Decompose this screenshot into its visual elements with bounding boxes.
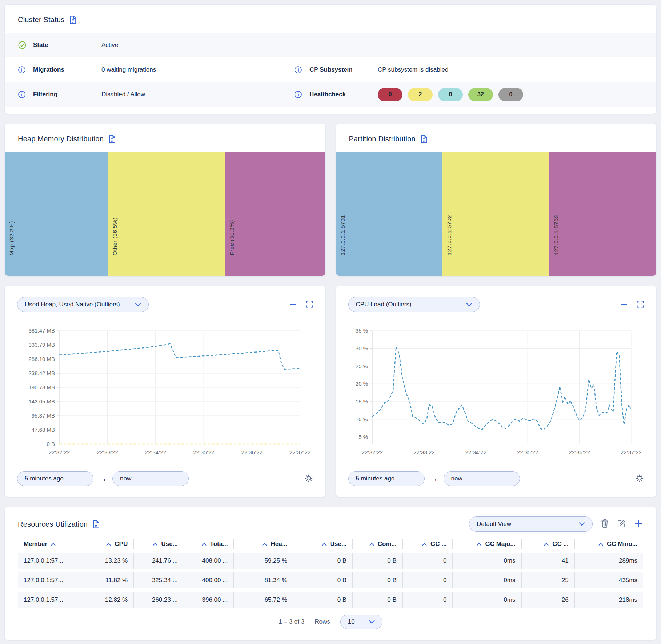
column-header-8[interactable]: GC Majo... [452, 539, 521, 549]
table-cell: 127.0.0.1:57... [18, 572, 84, 588]
cluster-status-title: Cluster Status [18, 16, 64, 24]
table-cell: 26 [521, 592, 574, 608]
segment-label: Free (31.3%) [229, 220, 235, 255]
heap-distribution-bar: Map (32.3%)Other (36.5%)Free (31.3%) [5, 152, 325, 276]
time-from-input[interactable]: 5 minutes ago [348, 471, 425, 486]
chevron-down-icon [579, 520, 585, 528]
table-cell: 241.76 ... [133, 553, 184, 569]
metric-selector-label: Used Heap, Used Native (Outliers) [25, 301, 120, 308]
sort-up-icon [51, 543, 56, 546]
document-icon[interactable] [93, 520, 100, 528]
info-icon[interactable] [294, 90, 305, 98]
svg-text:22:33:22: 22:33:22 [97, 449, 118, 455]
view-selector[interactable]: Default View [469, 516, 593, 532]
svg-text:22:34:22: 22:34:22 [145, 449, 166, 455]
healthcheck-badge-4: 0 [498, 88, 523, 101]
pagination-range: 1 – 3 of 3 [279, 618, 304, 625]
svg-text:22:37:22: 22:37:22 [289, 449, 310, 455]
arrow-right-icon: → [99, 474, 107, 484]
heap-chart-canvas[interactable]: 22:32:2222:33:2222:34:2222:35:2222:36:22… [17, 325, 310, 459]
info-icon[interactable] [294, 66, 305, 74]
table-cell: 0 B [352, 572, 402, 588]
column-header-1[interactable]: CPU [84, 539, 134, 549]
chevron-down-icon [369, 618, 375, 625]
table-cell: 400.00 ... [184, 572, 234, 588]
table-cell: 325.34 ... [133, 572, 184, 588]
plus-icon [620, 300, 628, 309]
svg-text:22:36:22: 22:36:22 [241, 449, 262, 455]
table-cell: 0ms [452, 553, 521, 569]
table-cell: 0 B [293, 592, 352, 608]
table-cell: 81.34 % [233, 572, 293, 588]
chart-settings-button[interactable] [635, 474, 644, 484]
segment-label: 127.0.0.1:5703 [553, 215, 560, 255]
time-from-input[interactable]: 5 minutes ago [17, 471, 93, 486]
rows-per-page-value: 10 [348, 618, 355, 625]
svg-text:95.37 MB: 95.37 MB [32, 412, 55, 419]
distribution-segment: Map (32.3%) [5, 152, 108, 276]
column-header-6[interactable]: Com... [352, 539, 402, 549]
partition-distribution-bar: 127.0.0.1:5701127.0.0.1:5702127.0.0.1:57… [336, 152, 657, 276]
column-header-3[interactable]: Tota... [184, 539, 234, 549]
column-header-0[interactable]: Member [18, 539, 84, 549]
add-view-button[interactable] [634, 519, 643, 530]
table-row[interactable]: 127.0.0.1:57...11.82 %325.34 ...400.00 .… [18, 572, 643, 588]
table-row[interactable]: 127.0.0.1:57...13.23 %241.76 ...408.00 .… [18, 553, 643, 569]
document-icon[interactable] [421, 135, 428, 143]
svg-text:286.10 MB: 286.10 MB [28, 356, 55, 362]
arrow-right-icon: → [430, 474, 438, 484]
svg-text:15 %: 15 % [355, 398, 368, 404]
table-cell: 0 [402, 592, 453, 608]
column-header-10[interactable]: GC Mino... [574, 539, 643, 549]
column-header-2[interactable]: Use... [133, 539, 184, 549]
plus-icon [289, 300, 297, 309]
add-chart-button[interactable] [289, 300, 297, 309]
segment-label: 127.0.0.1:5701 [340, 215, 346, 255]
info-icon[interactable] [18, 66, 29, 74]
table-row[interactable]: 127.0.0.1:57...12.82 %260.23 ...396.00 .… [18, 592, 643, 608]
cpu-chart-canvas[interactable]: 22:32:2222:33:2222:34:2222:35:2222:36:22… [348, 325, 641, 459]
column-header-9[interactable]: GC ... [521, 539, 574, 549]
rows-per-page-selector[interactable]: 10 [340, 615, 382, 629]
metric-selector-cpu[interactable]: CPU Load (Outliers) [348, 297, 480, 312]
view-selector-label: Default View [477, 520, 511, 528]
document-icon[interactable] [109, 135, 116, 143]
sort-up-icon [202, 543, 207, 546]
table-cell: 0 B [293, 553, 352, 569]
healthcheck-badge-3: 32 [468, 88, 493, 101]
svg-text:22:32:22: 22:32:22 [49, 449, 70, 455]
chart-settings-button[interactable] [304, 474, 313, 484]
sort-up-icon [477, 543, 481, 546]
resources-utilization-title: Resources Utilization [18, 520, 88, 528]
svg-text:47.68 MB: 47.68 MB [32, 427, 55, 433]
filtering-value: Disabled / Allow [101, 91, 145, 98]
sort-up-icon [322, 543, 327, 546]
column-header-5[interactable]: Use... [293, 539, 352, 549]
edit-view-button[interactable] [617, 519, 626, 529]
table-cell: 11.82 % [84, 572, 134, 588]
distribution-segment: 127.0.0.1:5703 [549, 152, 656, 276]
column-header-7[interactable]: GC ... [402, 539, 453, 549]
time-to-input[interactable]: now [112, 471, 189, 486]
table-cell: 127.0.0.1:57... [18, 553, 84, 569]
distribution-segment: 127.0.0.1:5701 [336, 152, 443, 276]
fullscreen-icon [306, 301, 313, 309]
svg-text:35 %: 35 % [355, 327, 368, 334]
fullscreen-button[interactable] [637, 301, 644, 309]
svg-text:10 %: 10 % [355, 416, 368, 422]
heap-distribution-title: Heap Memory Distribution [18, 135, 104, 143]
delete-view-button[interactable] [601, 519, 609, 529]
table-cell: 408.00 ... [184, 553, 234, 569]
info-icon[interactable] [18, 90, 29, 98]
plus-icon [634, 519, 643, 530]
svg-text:238.42 MB: 238.42 MB [28, 370, 55, 376]
time-to-input[interactable]: now [444, 471, 520, 486]
document-icon[interactable] [69, 16, 76, 24]
svg-text:5 %: 5 % [358, 434, 368, 440]
sort-up-icon [262, 543, 267, 546]
svg-text:22:35:22: 22:35:22 [517, 449, 538, 455]
metric-selector-heap[interactable]: Used Heap, Used Native (Outliers) [17, 297, 149, 312]
fullscreen-button[interactable] [306, 301, 313, 309]
add-chart-button[interactable] [620, 300, 628, 309]
column-header-4[interactable]: Hea... [233, 539, 293, 549]
